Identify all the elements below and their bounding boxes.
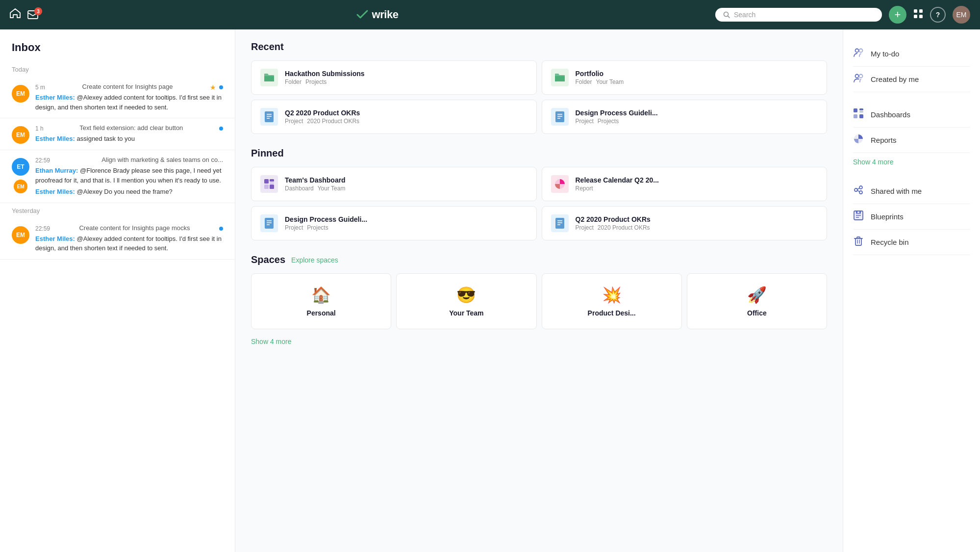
svg-rect-16	[270, 179, 274, 182]
shared-with-me-item[interactable]: Shared with me	[853, 179, 970, 204]
search-placeholder: Search	[734, 11, 755, 19]
grid-icon[interactable]	[913, 9, 923, 21]
my-todo-item[interactable]: My to-do	[853, 41, 970, 67]
svg-rect-50	[859, 211, 861, 213]
pinned-item[interactable]: Release Calendar Q2 20... Report	[542, 167, 828, 201]
item-meta1: Project	[576, 118, 594, 125]
recent-item[interactable]: Hackathon Submissions FolderProjects	[251, 60, 537, 95]
pinned-title: Pinned	[251, 148, 827, 159]
my-todo-icon	[853, 47, 864, 60]
topnav-left: 3	[10, 8, 38, 21]
svg-rect-7	[265, 111, 274, 122]
inbox-subject: Align with marketing & sales teams on co…	[101, 156, 223, 163]
svg-point-39	[854, 188, 857, 191]
inbox-button[interactable]: 3	[27, 10, 38, 19]
home-icon[interactable]	[10, 8, 21, 21]
top-navigation: 3 wrike Search + ? EM	[0, 0, 980, 29]
space-emoji: 🏠	[311, 286, 331, 304]
pinned-item[interactable]: Q2 2020 Product OKRs Project2020 Product…	[542, 206, 828, 240]
shared-with-me-icon	[853, 184, 864, 198]
explore-spaces-link[interactable]: Explore spaces	[291, 256, 338, 264]
pinned-grid: Team's Dashboard DashboardYour Team Rele…	[251, 167, 827, 240]
space-emoji: 💥	[602, 286, 622, 304]
svg-rect-11	[555, 111, 564, 122]
recycle-bin-item[interactable]: Recycle bin	[853, 230, 970, 255]
item-meta1: Project	[285, 118, 303, 125]
inbox-item[interactable]: ET EM 22:59 Align with marketing & sales…	[0, 150, 235, 203]
reports-icon	[853, 133, 864, 147]
space-item[interactable]: 🚀 Office	[687, 273, 827, 329]
dashboards-item[interactable]: Dashboards	[853, 102, 970, 128]
inbox-message: Esther Miles: @Alexey added content for …	[35, 234, 223, 253]
item-meta2: Projects	[305, 79, 327, 85]
svg-rect-35	[859, 111, 863, 112]
svg-rect-21	[265, 218, 274, 229]
recent-item[interactable]: Design Process Guideli... ProjectProject…	[542, 100, 828, 134]
space-item[interactable]: 😎 Your Team	[396, 273, 536, 329]
show-more-spaces[interactable]: Show 4 more	[251, 338, 291, 345]
inbox-message: Ethan Murray: @Florence Brady please see…	[35, 166, 223, 185]
logo[interactable]: wrike	[355, 8, 399, 21]
star-icon: ★	[210, 83, 216, 91]
item-meta1: Report	[576, 185, 593, 192]
space-item[interactable]: 💥 Product Desi...	[542, 273, 682, 329]
inbox-message: Esther Miles: @Alexey added content for …	[35, 93, 223, 112]
recent-item[interactable]: Q2 2020 Product OKRs Project2020 Product…	[251, 100, 537, 134]
avatar: EM	[12, 126, 29, 144]
svg-rect-15	[264, 179, 269, 184]
svg-rect-5	[914, 15, 917, 18]
date-label-today: Today	[0, 62, 235, 77]
avatar: ET	[12, 158, 29, 176]
dashboards-icon	[853, 108, 864, 121]
search-icon	[723, 11, 730, 18]
svg-point-29	[855, 49, 859, 53]
svg-rect-33	[854, 108, 857, 112]
svg-point-41	[859, 191, 862, 194]
inbox-panel: Inbox Today EM 5 m Create content for In…	[0, 29, 235, 552]
inbox-item[interactable]: EM 1 h Text field extension: add clear b…	[0, 118, 235, 150]
svg-point-32	[859, 75, 863, 78]
search-bar[interactable]: Search	[715, 8, 882, 22]
created-by-me-item[interactable]: Created by me	[853, 67, 970, 92]
space-item[interactable]: 🏠 Personal	[251, 273, 391, 329]
project-icon	[551, 108, 569, 126]
inbox-time: 22:59	[35, 225, 50, 232]
project-icon	[551, 214, 569, 232]
inbox-item[interactable]: EM 5 m Create content for Insights page …	[0, 77, 235, 118]
date-label-yesterday: Yesterday	[0, 203, 235, 218]
help-button[interactable]: ?	[930, 7, 946, 23]
svg-line-2	[728, 16, 729, 18]
reports-label: Reports	[871, 136, 897, 144]
item-title: Release Calendar Q2 20...	[576, 176, 659, 184]
item-meta1: Folder	[285, 79, 302, 85]
right-panel: My to-do Created by me	[843, 29, 980, 552]
svg-rect-3	[914, 9, 917, 13]
item-title: Design Process Guideli...	[576, 109, 658, 117]
unread-dot	[219, 227, 223, 231]
space-emoji: 😎	[456, 286, 476, 304]
reports-item[interactable]: Reports	[853, 128, 970, 153]
item-meta1: Dashboard	[285, 185, 314, 192]
add-button[interactable]: +	[889, 6, 906, 24]
svg-rect-36	[854, 114, 857, 118]
blueprints-icon	[853, 210, 864, 223]
unread-dot	[219, 85, 223, 89]
svg-point-31	[855, 75, 859, 78]
avatar: EM	[12, 85, 29, 103]
blueprints-item[interactable]: Blueprints	[853, 204, 970, 230]
project-icon	[260, 214, 278, 232]
svg-rect-37	[859, 114, 863, 118]
recent-item[interactable]: Portfolio FolderYour Team	[542, 60, 828, 95]
inbox-subject: Create content for Insights page	[82, 83, 173, 90]
svg-rect-18	[264, 184, 269, 189]
inbox-item[interactable]: EM 22:59 Create content for Insights pag…	[0, 218, 235, 260]
show-more-right[interactable]: Show 4 more	[853, 153, 970, 171]
pinned-item[interactable]: Team's Dashboard DashboardYour Team	[251, 167, 537, 201]
recent-title: Recent	[251, 41, 827, 53]
svg-point-40	[859, 186, 862, 189]
svg-point-30	[859, 49, 863, 53]
inbox-badge: 3	[34, 7, 42, 15]
item-meta1: Project	[576, 224, 594, 231]
avatar[interactable]: EM	[953, 6, 970, 24]
pinned-item[interactable]: Design Process Guideli... ProjectProject…	[251, 206, 537, 240]
